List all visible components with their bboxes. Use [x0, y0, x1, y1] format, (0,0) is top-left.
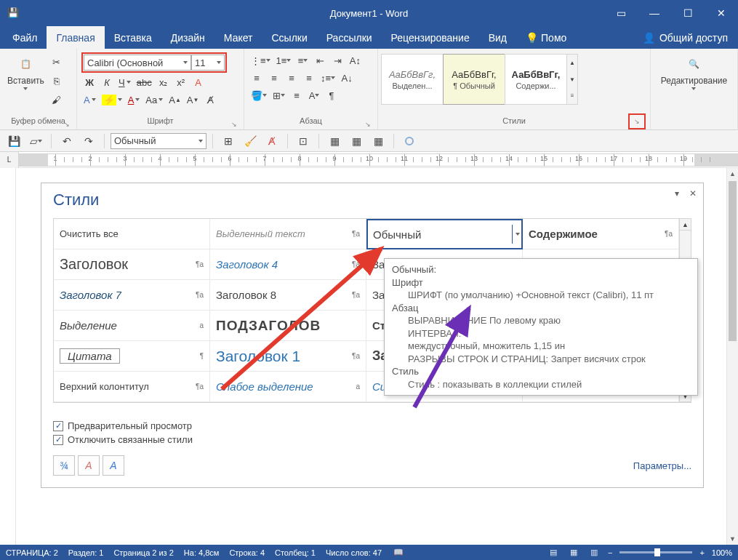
status-col[interactable]: Столбец: 1 [275, 548, 316, 557]
share-button[interactable]: 👤Общий доступ [633, 32, 738, 44]
font-size-combo[interactable]: 11 [191, 55, 225, 71]
undo-button[interactable]: ↶ [57, 132, 76, 150]
shading-button[interactable]: 🪣 [249, 87, 269, 103]
status-line[interactable]: Строка: 4 [229, 548, 265, 557]
italic-button[interactable]: К [99, 74, 115, 90]
align-left-button[interactable]: ≡ [249, 70, 265, 86]
styles-gallery-more[interactable]: ▲▼≡ [566, 54, 578, 105]
zoom-slider[interactable] [619, 551, 692, 553]
style-inspector-button[interactable]: A [78, 455, 100, 476]
vertical-scrollbar[interactable]: ▲ ▼ [726, 168, 738, 545]
close-button[interactable]: ✕ [705, 0, 738, 26]
editing-button[interactable]: 🔍 Редактирование [657, 51, 731, 92]
style-heading4[interactable]: Заголовок 4¶a [210, 249, 366, 280]
zoom-in-icon[interactable]: + [699, 548, 704, 557]
clear-formatting-button[interactable]: A̸ [202, 92, 218, 108]
justify-button[interactable]: ≡ [301, 70, 317, 86]
line-spacing-button[interactable]: ↕≡ [318, 70, 337, 86]
status-words[interactable]: Число слов: 47 [326, 548, 382, 557]
align-right-button[interactable]: ≡ [284, 70, 300, 86]
view-print-icon[interactable]: ▦ [567, 547, 580, 559]
clipboard-launcher[interactable]: ↘ [62, 119, 72, 129]
paragraph-launcher[interactable]: ↘ [363, 119, 373, 129]
tab-file[interactable]: Файл [3, 26, 47, 49]
decrease-indent-button[interactable]: ⇤ [312, 52, 328, 68]
style-clear-all[interactable]: Очистить все [54, 219, 210, 249]
bullets-button[interactable]: ⋮≡ [249, 52, 273, 68]
tab-layout[interactable]: Макет [214, 26, 262, 49]
tab-references[interactable]: Ссылки [262, 26, 316, 49]
qat-btn-3[interactable]: A̸ [262, 132, 281, 150]
change-case-button[interactable]: Aa [143, 92, 165, 108]
style-normal[interactable]: Обычный [366, 219, 523, 249]
multilevel-button[interactable]: ≡ [294, 52, 310, 68]
copy-button[interactable]: ⎘ [49, 73, 65, 89]
text-effects-button[interactable]: A [190, 74, 206, 90]
format-painter-button[interactable]: 🖌 [49, 92, 65, 108]
cut-button[interactable]: ✂ [49, 54, 65, 70]
minimize-button[interactable]: — [638, 0, 671, 26]
tab-design[interactable]: Дизайн [161, 26, 214, 49]
status-section[interactable]: Раздел: 1 [68, 548, 104, 557]
qat-btn-8[interactable] [400, 132, 419, 150]
style-heading8[interactable]: Заголовок 8¶a [210, 280, 366, 311]
subscript-button[interactable]: x₂ [156, 74, 172, 90]
pane-options-icon[interactable]: ▾ [671, 188, 683, 199]
spelling-icon[interactable]: 📖 [392, 547, 405, 559]
view-web-icon[interactable]: ▥ [587, 547, 601, 559]
zoom-level[interactable]: 100% [712, 548, 732, 557]
status-page-of[interactable]: Страница 2 из 2 [113, 548, 173, 557]
qat-btn-4[interactable]: ⊡ [294, 132, 313, 150]
style-emphasis[interactable]: Выделениеa [54, 311, 210, 341]
style-heading1[interactable]: Заголовок 1¶a [210, 341, 366, 372]
linked-checkbox-row[interactable]: ✓ Отключить связанные стили [53, 434, 691, 445]
tab-mailings[interactable]: Рассылки [317, 26, 382, 49]
bold-button[interactable]: Ж [81, 74, 97, 90]
ruler-corner[interactable]: L [0, 152, 19, 168]
style-subtitle[interactable]: ПОДЗАГОЛОВ [210, 311, 366, 341]
manage-styles-button[interactable]: A [103, 455, 124, 476]
qat-btn-6[interactable]: ▦ [347, 132, 366, 150]
preview-checkbox[interactable]: ✓ [53, 421, 63, 431]
strikethrough-button[interactable]: abc [135, 74, 154, 90]
status-at[interactable]: На: 4,8см [184, 548, 220, 557]
show-hide-button[interactable]: ¶ [324, 87, 340, 103]
qat-btn-2[interactable]: 🧹 [241, 132, 260, 150]
style-heading7[interactable]: Заголовок 7¶a [54, 280, 210, 311]
tab-view[interactable]: Вид [479, 26, 516, 49]
style-quote[interactable]: Цитата¶ [54, 341, 210, 372]
style-item-normal[interactable]: АаБбВвГг,¶ Обычный [443, 54, 505, 105]
preview-checkbox-row[interactable]: ✓ Предварительный просмотр [53, 420, 691, 431]
borders-button[interactable]: ⊞ [270, 87, 287, 103]
new-style-button[interactable]: ¾ [53, 455, 75, 476]
qat-dropdown[interactable]: ▱ [26, 132, 45, 150]
highlight-button[interactable]: ⚡ [100, 92, 124, 108]
styles-gallery[interactable]: АаБбВвГг,Выделен... АаБбВвГг,¶ Обычный А… [381, 54, 578, 105]
qat-btn-5[interactable]: ▦ [325, 132, 344, 150]
style-emphasis-text[interactable]: Выделенный текст¶a [210, 219, 366, 249]
grow-font-button[interactable]: A▲ [167, 92, 183, 108]
numbering-button[interactable]: 1≡ [274, 52, 294, 68]
style-selector-combo[interactable]: Обычный [111, 133, 206, 149]
paste-button[interactable]: 📋 Вставить [3, 51, 49, 92]
style-item-emphasis[interactable]: АаБбВвГг,Выделен... [381, 54, 444, 105]
style-content[interactable]: Содержимое¶a [523, 219, 679, 249]
status-page[interactable]: СТРАНИЦА: 2 [6, 548, 58, 557]
shrink-font-button[interactable]: A▼ [185, 92, 201, 108]
underline-button[interactable]: Ч [116, 74, 133, 90]
font-color-button[interactable]: A [126, 92, 143, 108]
save-button[interactable]: 💾 [4, 132, 23, 150]
style-header[interactable]: Верхний колонтитул¶a [54, 372, 210, 402]
zoom-out-icon[interactable]: − [608, 548, 612, 557]
qat-btn-7[interactable]: ▦ [369, 132, 388, 150]
tab-home[interactable]: Главная [47, 26, 104, 49]
maximize-button[interactable]: ☐ [671, 0, 705, 26]
style-heading[interactable]: Заголовок¶a [54, 249, 210, 280]
tab-insert[interactable]: Вставка [105, 26, 161, 49]
text-direction-button[interactable]: A↕ [347, 52, 363, 68]
font-name-combo[interactable]: Calibri (Основной [84, 55, 191, 71]
distributed-button[interactable]: ≡ [289, 87, 305, 103]
vertical-ruler[interactable] [0, 168, 16, 545]
font-launcher[interactable]: ↘ [229, 119, 239, 129]
ribbon-display-options[interactable]: ▭ [604, 0, 638, 26]
